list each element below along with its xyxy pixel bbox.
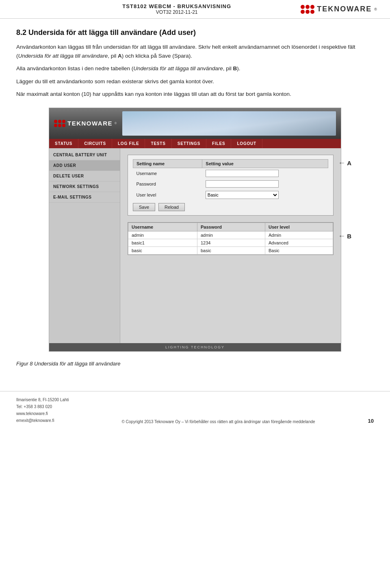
username-value bbox=[202, 168, 328, 179]
footer-address: Ilmarisentie 8, FI-15200 Lahti Tel: +358… bbox=[16, 396, 69, 424]
cell-username: admin bbox=[128, 231, 197, 239]
cell-user-level: Advanced bbox=[265, 239, 333, 246]
email-line: emexit@teknoware.fi bbox=[16, 417, 69, 424]
password-label: Password bbox=[133, 179, 202, 189]
paragraph-2: Alla användarkonton listas i den nedre t… bbox=[16, 64, 374, 73]
document-title: TST8102 WEBCM - BRUKSANVISNING VOT32 201… bbox=[53, 3, 301, 15]
nav-tests[interactable]: TESTS bbox=[145, 139, 171, 148]
paragraph-3: Lägger du till ett användarkonto som red… bbox=[16, 77, 374, 86]
nav-settings[interactable]: SETTINGS bbox=[172, 139, 206, 148]
add-user-form: Setting name Setting value Username bbox=[128, 155, 334, 216]
settings-table: Setting name Setting value Username bbox=[133, 159, 328, 201]
cell-user-level: Admin bbox=[265, 231, 333, 239]
paragraph-4: När maximalt antal konton (10) har uppnå… bbox=[16, 90, 374, 99]
section-heading: 8.2 Undersida för att lägga till använda… bbox=[16, 28, 374, 37]
sidebar-item-add-user[interactable]: ADD USER bbox=[49, 160, 120, 171]
title-line1: TST8102 WEBCM - BRUKSANVISNING bbox=[53, 3, 301, 9]
sidebar-item-central-battery[interactable]: CENTRAL BATTERY UNIT bbox=[49, 150, 120, 160]
password-value bbox=[202, 179, 328, 189]
users-table: Username Password User level admin admin bbox=[128, 223, 333, 255]
nav-status[interactable]: STATUS bbox=[49, 139, 78, 148]
user-level-select[interactable]: Basic Advanced Admin bbox=[206, 191, 279, 199]
col-username: Username bbox=[128, 223, 197, 231]
footer-copyright: © Copyright 2013 Teknoware Oy – Vi förbe… bbox=[69, 419, 368, 424]
users-table-section: Username Password User level admin admin bbox=[128, 222, 334, 255]
cell-password: basic bbox=[197, 246, 265, 254]
table-row: User level Basic Advanced Admin bbox=[133, 189, 328, 201]
save-button[interactable]: Save bbox=[133, 203, 155, 211]
password-input[interactable] bbox=[206, 180, 279, 188]
sidebar: CENTRAL BATTERY UNIT ADD USER DELETE USE… bbox=[49, 148, 120, 343]
app-logo-text: TEKNOWARE bbox=[67, 120, 113, 127]
web-line: www.teknoware.fi bbox=[16, 410, 69, 417]
table-row: basic basic Basic bbox=[128, 246, 333, 254]
col-password: Password bbox=[197, 223, 265, 231]
app-logo-dots-icon bbox=[54, 120, 65, 127]
sidebar-item-email-settings[interactable]: E-MAIL SETTINGS bbox=[49, 192, 120, 203]
address-line: Ilmarisentie 8, FI-15200 Lahti bbox=[16, 396, 69, 403]
app-logo: TEKNOWARE ® bbox=[54, 120, 117, 127]
app-body: CENTRAL BATTERY UNIT ADD USER DELETE USE… bbox=[49, 148, 341, 343]
form-buttons: Save Reload bbox=[133, 203, 328, 211]
tel-line: Tel: +358 3 883 020 bbox=[16, 403, 69, 410]
reload-button[interactable]: Reload bbox=[158, 203, 185, 211]
app-header: TEKNOWARE ® bbox=[49, 108, 341, 139]
table-row: basic1 1234 Advanced bbox=[128, 239, 333, 246]
sidebar-item-delete-user[interactable]: DELETE USER bbox=[49, 171, 120, 182]
cell-user-level: Basic bbox=[265, 246, 333, 254]
nav-log-file[interactable]: LOG FILE bbox=[112, 139, 145, 148]
table-row: Password bbox=[133, 179, 328, 189]
username-label: Username bbox=[133, 168, 202, 179]
cell-username: basic1 bbox=[128, 239, 197, 246]
arrow-a-label: ← A bbox=[338, 159, 351, 167]
col-setting-name: Setting name bbox=[133, 159, 202, 168]
app-footer: LIGHTING TECHNOLOGY bbox=[49, 343, 341, 351]
table-row: Username bbox=[133, 168, 328, 179]
cell-password: admin bbox=[197, 231, 265, 239]
page-footer: Ilmarisentie 8, FI-15200 Lahti Tel: +358… bbox=[0, 391, 390, 429]
logo-dots-icon bbox=[301, 5, 314, 14]
user-level-value: Basic Advanced Admin bbox=[202, 189, 328, 201]
page-number: 10 bbox=[368, 418, 374, 424]
sidebar-item-network-settings[interactable]: NETWORK SETTINGS bbox=[49, 182, 120, 192]
cell-password: 1234 bbox=[197, 239, 265, 246]
col-setting-value: Setting value bbox=[202, 159, 328, 168]
figure-caption: Figur 8 Undersida för att lägga till anv… bbox=[16, 361, 374, 367]
col-user-level: User level bbox=[265, 223, 333, 231]
table-row: admin admin Admin bbox=[128, 231, 333, 239]
footer-text: LIGHTING TECHNOLOGY bbox=[165, 345, 225, 349]
nav-bar: STATUS CIRCUITS LOG FILE TESTS SETTINGS … bbox=[49, 139, 341, 148]
nav-logout[interactable]: LOGOUT bbox=[231, 139, 262, 148]
username-input[interactable] bbox=[206, 170, 279, 177]
nav-files[interactable]: FILES bbox=[206, 139, 231, 148]
paragraph-1: Användarkonton kan läggas till från unde… bbox=[16, 43, 374, 60]
cell-username: basic bbox=[128, 246, 197, 254]
main-panel: Setting name Setting value Username bbox=[120, 148, 341, 343]
document-header: TST8102 WEBCM - BRUKSANVISNING VOT32 201… bbox=[0, 0, 390, 19]
page-content: 8.2 Undersida för att lägga till använda… bbox=[0, 19, 390, 375]
app-screenshot: TEKNOWARE ® STATUS CIRCUITS LOG FILE TES… bbox=[49, 108, 341, 352]
user-level-label: User level bbox=[133, 189, 202, 201]
arrow-b-label: ← B bbox=[338, 232, 351, 240]
title-line2: VOT32 2012-11-21 bbox=[53, 9, 301, 15]
company-logo: TEKNOWARE ® bbox=[301, 5, 378, 14]
logo-text: TEKNOWARE bbox=[317, 5, 372, 13]
nav-circuits[interactable]: CIRCUITS bbox=[78, 139, 112, 148]
